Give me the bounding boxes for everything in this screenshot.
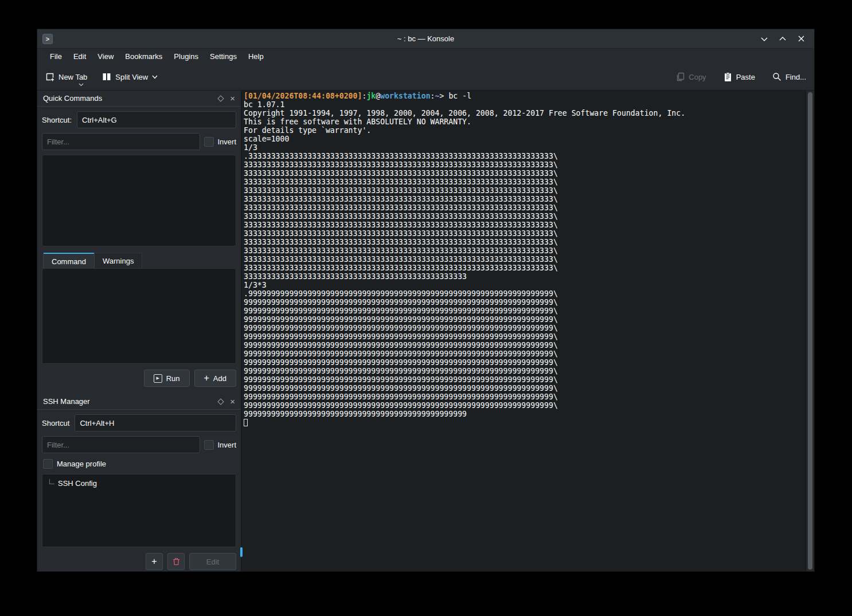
find-button[interactable]: Find... [772,72,806,81]
menu-item-edit[interactable]: Edit [68,50,92,62]
qc-command-list[interactable] [42,155,236,246]
terminal-line: .333333333333333333333333333333333333333… [244,152,806,160]
ssh-manager-title: SSH Manager [43,397,90,406]
terminal-line: 9999999999999999999999999999999999999999… [244,332,806,341]
float-panel-icon[interactable] [218,398,224,405]
terminal-scrollbar[interactable] [806,91,814,571]
terminal-line: [01/04/2026T08:44:08+0200]:jk@workstatio… [244,92,806,100]
terminal-line: 9999999999999999999999999999999999999999… [244,375,806,384]
manage-profile-checkbox[interactable] [43,459,53,469]
search-icon [772,72,781,81]
terminal-line [244,418,806,427]
close-icon [798,36,804,42]
run-icon: ▶ [154,374,162,383]
plus-icon: + [151,556,157,567]
ssh-edit-button: Edit [189,553,236,570]
ssh-invert-checkbox[interactable] [204,440,214,450]
menu-item-plugins[interactable]: Plugins [168,50,204,62]
terminal-line: 3333333333333333333333333333333333333333… [244,229,806,238]
float-panel-icon[interactable] [218,95,224,101]
terminal-line: Copyright 1991-1994, 1997, 1998, 2000, 2… [244,109,806,117]
ssh-manager-header: SSH Manager × [37,394,241,410]
terminal-line: 3333333333333333333333333333333333333333… [244,221,806,229]
terminal-line: 9999999999999999999999999999999999999999… [244,358,806,367]
plus-icon: + [204,373,209,383]
terminal-line: 9999999999999999999999999999999999999999… [244,315,806,324]
paste-button[interactable]: Paste [724,72,755,82]
terminal-line: 3333333333333333333333333333333333333333… [244,203,806,212]
find-label: Find... [785,73,806,81]
new-tab-label: New Tab [58,73,87,81]
ssh-shortcut-input[interactable] [75,414,236,431]
chevron-up-icon [779,37,786,41]
ssh-add-button[interactable]: + [146,553,163,570]
terminal-text[interactable]: [01/04/2026T08:44:08+0200]:jk@workstatio… [241,91,806,571]
ssh-shortcut-label: Shortcut [42,419,69,427]
paste-icon [724,72,732,82]
close-button[interactable] [795,33,807,45]
run-button[interactable]: ▶ Run [144,370,190,387]
menu-item-view[interactable]: View [92,50,119,62]
maximize-button[interactable] [776,33,789,45]
terminal-line: bc 1.07.1 [244,100,806,109]
terminal-line: 1/3*3 [244,281,806,289]
konsole-window: ~ : bc — Konsole > FileEditViewBookmarks… [37,29,815,572]
split-view-button[interactable]: Split View [102,72,158,81]
terminal-line: This is free software with ABSOLUTELY NO… [244,117,806,126]
quick-commands-title: Quick Commands [43,94,102,103]
chevron-down-icon [79,83,84,87]
new-tab-button[interactable]: New Tab [45,72,87,81]
terminal-line: 9999999999999999999999999999999999999999… [244,401,806,410]
menu-item-settings[interactable]: Settings [204,50,243,62]
minimize-button[interactable] [758,33,771,45]
quick-commands-header: Quick Commands × [37,91,241,107]
edit-label: Edit [206,558,219,566]
qc-invert-checkbox[interactable] [204,137,214,147]
menu-item-bookmarks[interactable]: Bookmarks [119,50,168,62]
terminal-line: 9999999999999999999999999999999999999999… [244,367,806,375]
qc-shortcut-label: Shortcut: [42,116,72,124]
splitter-handle[interactable] [240,547,243,557]
qc-shortcut-input[interactable] [77,111,236,128]
menu-item-file[interactable]: File [44,50,68,62]
toolbar: New Tab Split View Copy [37,64,814,91]
terminal-line: 3333333333333333333333333333333333333333… [244,238,806,246]
add-command-button[interactable]: + Add [194,370,236,387]
terminal-line: 3333333333333333333333333333333333333333… [244,178,806,186]
trash-icon [173,558,180,566]
ssh-delete-button[interactable] [167,553,185,570]
menu-item-help[interactable]: Help [243,50,269,62]
titlebar[interactable]: ~ : bc — Konsole > [37,29,814,49]
terminal-line: For details type `warranty'. [244,126,806,135]
sidebar: Quick Commands × Shortcut: Invert Comman… [37,91,241,571]
terminal-line: 3333333333333333333333333333333333333333… [244,212,806,221]
tab-command[interactable]: Command [43,253,95,269]
terminal-line: 1/3 [244,143,806,152]
qc-command-editor[interactable] [42,268,236,364]
terminal-line: 3333333333333333333333333333333333333333… [244,255,806,264]
qc-filter-input[interactable] [42,133,200,150]
ssh-invert-label: Invert [217,441,236,449]
window-title: ~ : bc — Konsole [37,34,814,43]
qc-invert-label: Invert [217,138,236,146]
close-panel-icon[interactable]: × [230,397,235,406]
close-panel-icon[interactable]: × [230,94,235,103]
terminal-line: 3333333333333333333333333333333333333333… [244,160,806,169]
ssh-filter-input[interactable] [42,436,200,453]
terminal-line: 9999999999999999999999999999999999999999… [244,341,806,350]
new-tab-icon [45,72,54,81]
qc-tabs: Command Warnings [43,252,236,268]
ssh-tree[interactable]: SSH Config [42,474,236,547]
terminal-cursor [244,419,248,426]
ssh-config-label: SSH Config [58,479,97,488]
tree-branch-icon [49,479,54,484]
ssh-config-item[interactable]: SSH Config [42,474,236,488]
paste-label: Paste [736,73,755,81]
scrollbar-thumb[interactable] [808,92,812,570]
tab-warnings[interactable]: Warnings [95,253,142,269]
copy-button: Copy [676,72,706,81]
terminal[interactable]: [01/04/2026T08:44:08+0200]:jk@workstatio… [241,91,814,571]
terminal-line: scale=1000 [244,135,806,143]
terminal-line: 9999999999999999999999999999999999999999… [244,298,806,307]
terminal-line: 9999999999999999999999999999999999999999… [244,324,806,332]
